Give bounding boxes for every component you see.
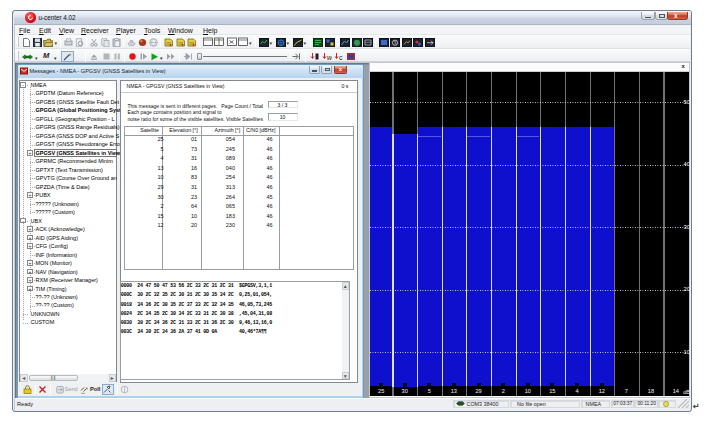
- svg-text:w: w: [327, 54, 332, 61]
- svg-text:c: c: [339, 54, 343, 61]
